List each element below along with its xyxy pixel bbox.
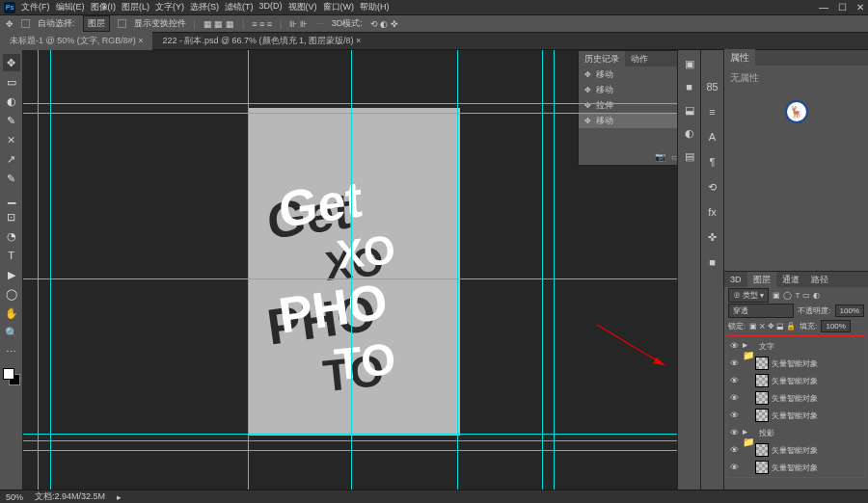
dock-icon[interactable]: A (705, 129, 720, 145)
auto-select-mode[interactable]: 图层 (83, 15, 110, 32)
lock-icon[interactable]: 🔒 (786, 322, 796, 331)
tool-button[interactable]: ▁ (3, 189, 20, 206)
tool-button[interactable]: ⋯ (3, 343, 20, 360)
tool-button[interactable]: T (3, 247, 20, 264)
layer-filter-icon[interactable]: ▭ (802, 291, 810, 300)
guide-horizontal[interactable] (23, 278, 677, 279)
guide-vertical[interactable] (38, 50, 39, 490)
layer-filter-icon[interactable]: ▣ (773, 291, 780, 300)
tool-button[interactable]: ⨯ (3, 131, 20, 148)
guide-vertical[interactable] (50, 50, 51, 490)
dock-icon[interactable]: ⟲ (705, 179, 720, 195)
guide-vertical[interactable] (248, 50, 249, 490)
visibility-toggle[interactable]: 👁 (730, 376, 740, 385)
menu-item[interactable]: 窗口(W) (323, 1, 355, 13)
dock-icon[interactable]: ■ (705, 254, 720, 270)
dock-icon[interactable]: ◐ (682, 125, 697, 141)
guide-horizontal[interactable] (23, 434, 677, 435)
guide-horizontal[interactable] (23, 440, 677, 441)
dock-icon[interactable]: ✜ (705, 229, 720, 245)
layer-filter-icon[interactable]: T (795, 291, 800, 300)
history-step[interactable]: ✥移动 (579, 82, 677, 97)
tool-button[interactable]: ◯ (3, 285, 20, 303)
guide-vertical[interactable] (457, 50, 458, 490)
menu-item[interactable]: 编辑(E) (56, 1, 85, 13)
color-swatch[interactable] (3, 368, 20, 385)
menu-item[interactable]: 3D(D) (259, 1, 283, 13)
history-step[interactable]: ✥移动 (579, 66, 677, 82)
guide-horizontal[interactable] (23, 450, 677, 451)
menu-item[interactable]: 图像(I) (91, 1, 117, 13)
minimize-button[interactable]: — (819, 2, 828, 13)
dock-icon[interactable]: ▣ (682, 56, 697, 71)
document-tab[interactable]: 222 - 副本.psd @ 66.7% (颜色填充 1, 图层蒙版/8) × (152, 32, 370, 50)
visibility-toggle[interactable]: 👁 (730, 393, 740, 403)
history-camera-icon[interactable]: 📷 (655, 152, 665, 162)
tool-button[interactable]: ✋ (3, 304, 20, 322)
tool-button[interactable]: ▶ (3, 266, 20, 283)
layer-row[interactable]: 👁矢量智能对象 (728, 407, 864, 424)
dock-icon[interactable]: ≡ (705, 104, 720, 119)
lock-icon[interactable]: ⨯ (759, 322, 766, 331)
maximize-button[interactable]: ☐ (838, 2, 847, 13)
layers-tab[interactable]: 图层 (747, 272, 776, 288)
menu-item[interactable]: 视图(V) (288, 1, 317, 13)
layer-row[interactable]: 👁▸📁投影 (728, 424, 864, 441)
guide-horizontal[interactable] (23, 113, 677, 114)
layer-filter-icon[interactable]: ◯ (783, 291, 792, 300)
layer-row[interactable]: 👁矢量智能对象 (728, 372, 864, 389)
layers-tab[interactable]: 通道 (776, 272, 805, 288)
dock-icon[interactable]: ¶ (705, 154, 720, 170)
dock-icon[interactable]: 85 (705, 79, 720, 94)
zoom-level[interactable]: 50% (6, 492, 23, 502)
layer-filter-type[interactable]: ℗ 类型 ▾ (728, 288, 769, 303)
visibility-toggle[interactable]: 👁 (730, 410, 740, 420)
dock-icon[interactable]: fx (705, 204, 720, 220)
blend-mode-select[interactable]: 穿透 (728, 304, 794, 318)
visibility-toggle[interactable]: 👁 (730, 428, 740, 437)
lock-icon[interactable]: ▣ (749, 322, 757, 331)
menu-item[interactable]: 文字(Y) (155, 1, 184, 13)
tool-button[interactable]: ✎ (3, 170, 20, 187)
guide-horizontal[interactable] (23, 103, 677, 104)
tool-button[interactable]: ✥ (3, 54, 20, 71)
layers-tab[interactable]: 路径 (805, 272, 834, 288)
tool-button[interactable]: ◐ (3, 93, 20, 110)
visibility-toggle[interactable]: 👁 (730, 341, 740, 351)
close-button[interactable]: ✕ (856, 2, 864, 13)
lock-icon[interactable]: ✥ (768, 322, 774, 331)
menu-item[interactable]: 帮助(H) (360, 1, 390, 13)
history-tab[interactable]: 历史记录 (579, 51, 625, 67)
tool-button[interactable]: ↗ (3, 150, 20, 168)
tool-button[interactable]: 🔍 (3, 324, 20, 341)
actions-tab[interactable]: 动作 (625, 51, 654, 67)
layer-row[interactable]: 👁矢量智能对象 (728, 459, 864, 476)
history-step[interactable]: ✥拉伸 (579, 97, 677, 113)
guide-vertical[interactable] (542, 50, 543, 490)
guide-vertical[interactable] (554, 50, 555, 490)
menu-item[interactable]: 文件(F) (21, 1, 50, 13)
visibility-toggle[interactable]: 👁 (730, 463, 740, 472)
menu-item[interactable]: 选择(S) (190, 1, 219, 13)
lock-icon[interactable]: ⬓ (776, 322, 784, 331)
canvas-area[interactable]: Get XO PHO TO Get XO PHO TO 历史记录 动作 ✥移动✥… (23, 50, 677, 490)
auto-select-checkbox[interactable] (21, 19, 30, 28)
tool-button[interactable]: ▭ (3, 73, 20, 91)
dock-icon[interactable]: ■ (682, 79, 697, 94)
layer-row[interactable]: 👁▸📁文字 (728, 337, 864, 355)
properties-tab[interactable]: 属性 (724, 49, 755, 66)
tool-button[interactable]: ✎ (3, 112, 20, 129)
menu-item[interactable]: 滤镜(T) (225, 1, 254, 13)
opacity-input[interactable]: 100% (835, 304, 864, 317)
show-transform-checkbox[interactable] (118, 19, 126, 28)
guide-vertical[interactable] (351, 50, 352, 490)
fill-input[interactable]: 100% (821, 320, 850, 332)
document-tab[interactable]: 未标题-1 @ 50% (文字, RGB/8#) × (0, 32, 152, 50)
layer-row[interactable]: 👁矢量智能对象 (728, 389, 864, 407)
layers-tab[interactable]: 3D (724, 273, 747, 286)
tool-button[interactable]: ◔ (3, 227, 20, 245)
menu-item[interactable]: 图层(L) (122, 1, 149, 13)
dock-icon[interactable]: ▤ (682, 148, 697, 164)
visibility-toggle[interactable]: 👁 (730, 445, 740, 455)
history-new-icon[interactable]: ▭ (671, 152, 677, 162)
